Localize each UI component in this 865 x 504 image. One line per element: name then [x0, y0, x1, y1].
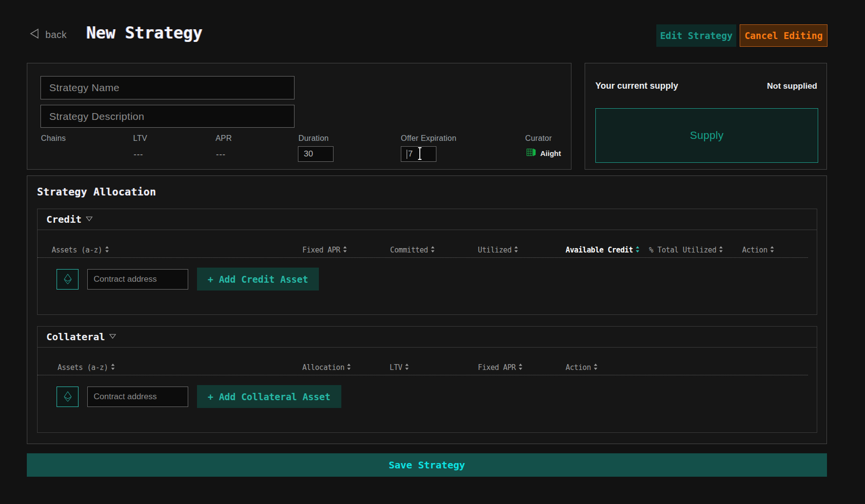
column-label: Utilized [478, 246, 511, 254]
collateral-contract-address-input[interactable]: Contract address [87, 387, 188, 407]
column-label: Fixed APR [302, 246, 340, 254]
sort-arrows-icon[interactable] [405, 363, 409, 372]
ethereum-icon[interactable] [57, 387, 79, 407]
credit-asset-row: Contract address + Add Credit Asset [38, 268, 817, 291]
page-title: New Strategy [86, 23, 202, 42]
offer-expiration-input[interactable]: 7 [401, 146, 436, 162]
strategy-name-input[interactable]: Strategy Name [40, 76, 295, 99]
duration-value: 30 [304, 149, 313, 159]
collateral-section-header[interactable]: Collateral [38, 327, 817, 348]
collateral-asset-row: Contract address + Add Collateral Asset [38, 385, 817, 408]
curator-value: Aiight [527, 148, 561, 158]
column-header-fixed-apr[interactable]: Fixed APR [302, 246, 390, 257]
offer-expiration-value: 7 [408, 149, 413, 159]
column-header-fixed-apr[interactable]: Fixed APR [478, 363, 566, 375]
column-header-utilized[interactable]: Utilized [478, 246, 566, 257]
column-header-assets[interactable]: Assets (a-z) [52, 246, 302, 257]
current-supply-title: Your current supply [595, 81, 678, 91]
sort-arrows-icon[interactable] [431, 246, 434, 254]
column-header-percent-total-utilized[interactable]: % Total Utilized [649, 246, 742, 257]
sort-arrows-icon[interactable] [514, 246, 518, 254]
column-label: LTV [390, 363, 402, 372]
column-header-available-credit[interactable]: Available Credit [566, 246, 649, 257]
ltv-value: --- [134, 150, 143, 159]
credit-table-header: Assets (a-z) Fixed APR Committed Utilize… [38, 238, 808, 258]
curator-label: Curator [525, 134, 552, 143]
save-strategy-button[interactable]: Save Strategy [27, 453, 827, 477]
curator-name: Aiight [540, 149, 561, 157]
apr-value: --- [216, 150, 226, 159]
ltv-label: LTV [133, 134, 147, 143]
back-label: back [45, 29, 67, 40]
text-caret [407, 150, 407, 159]
column-header-assets[interactable]: Assets (a-z) [58, 363, 302, 375]
column-header-allocation[interactable]: Allocation [302, 363, 390, 375]
column-label: Assets (a-z) [58, 363, 108, 372]
add-collateral-asset-button[interactable]: + Add Collateral Asset [197, 385, 341, 408]
strategy-allocation-title: Strategy Allocation [37, 186, 156, 198]
back-link[interactable]: back [29, 28, 67, 41]
column-header-committed[interactable]: Committed [390, 246, 478, 257]
strategy-name-placeholder: Strategy Name [49, 82, 119, 94]
column-label: Assets (a-z) [52, 246, 102, 254]
column-label: Action [742, 246, 767, 254]
collateral-section: Collateral Assets (a-z) Allocation [37, 326, 817, 433]
current-supply-card: Your current supply Not supplied Supply [585, 63, 827, 170]
sort-arrows-icon[interactable] [770, 246, 774, 254]
status-badge: Not supplied [767, 81, 817, 91]
credit-section: Credit Assets (a-z) Fixed APR Commi [37, 209, 817, 315]
column-header-ltv[interactable]: LTV [390, 363, 478, 375]
strategy-allocation-card: Strategy Allocation Credit Assets (a-z) … [27, 175, 827, 444]
column-label: % Total Utilized [649, 246, 716, 254]
collateral-section-label: Collateral [46, 331, 105, 343]
column-label: Action [566, 363, 591, 372]
sort-arrows-icon[interactable] [636, 246, 639, 254]
apr-label: APR [216, 134, 232, 143]
column-header-action[interactable]: Action [566, 363, 597, 375]
sort-arrows-icon[interactable] [111, 363, 115, 372]
strategy-details-card: Strategy Name Strategy Description Chain… [27, 63, 571, 170]
column-label: Available Credit [566, 246, 633, 254]
edit-strategy-button[interactable]: Edit Strategy [656, 24, 736, 47]
column-header-action[interactable]: Action [742, 246, 774, 257]
strategy-description-placeholder: Strategy Description [49, 111, 144, 122]
column-label: Fixed APR [478, 363, 516, 372]
sort-arrows-icon[interactable] [719, 246, 723, 254]
credit-contract-address-input[interactable]: Contract address [87, 269, 188, 290]
sort-arrows-icon[interactable] [594, 363, 597, 372]
chains-label: Chains [41, 134, 66, 143]
credit-contract-address-placeholder: Contract address [94, 274, 157, 284]
supply-button[interactable]: Supply [595, 108, 818, 163]
sort-arrows-icon[interactable] [105, 246, 109, 254]
cancel-editing-button[interactable]: Cancel Editing [740, 24, 827, 47]
curator-logo-icon [527, 148, 536, 158]
duration-label: Duration [298, 134, 329, 143]
credit-section-label: Credit [46, 213, 81, 225]
add-credit-asset-button[interactable]: + Add Credit Asset [197, 268, 319, 291]
triangle-down-icon[interactable] [86, 215, 93, 224]
strategy-description-input[interactable]: Strategy Description [40, 105, 295, 128]
collateral-contract-address-placeholder: Contract address [94, 392, 157, 402]
column-label: Allocation [302, 363, 344, 372]
ethereum-icon[interactable] [57, 269, 79, 290]
triangle-down-icon[interactable] [109, 332, 116, 341]
offer-expiration-label: Offer Expiration [401, 134, 456, 143]
sort-arrows-icon[interactable] [343, 246, 347, 254]
new-strategy-page: back New Strategy Edit Strategy Cancel E… [0, 0, 865, 504]
duration-input[interactable]: 30 [298, 146, 334, 162]
collateral-table-header: Assets (a-z) Allocation LTV Fixed APR Ac… [38, 355, 808, 375]
credit-section-header[interactable]: Credit [38, 209, 817, 230]
column-label: Committed [390, 246, 428, 254]
triangle-left-icon [29, 28, 39, 41]
sort-arrows-icon[interactable] [519, 363, 522, 372]
sort-arrows-icon[interactable] [347, 363, 351, 372]
